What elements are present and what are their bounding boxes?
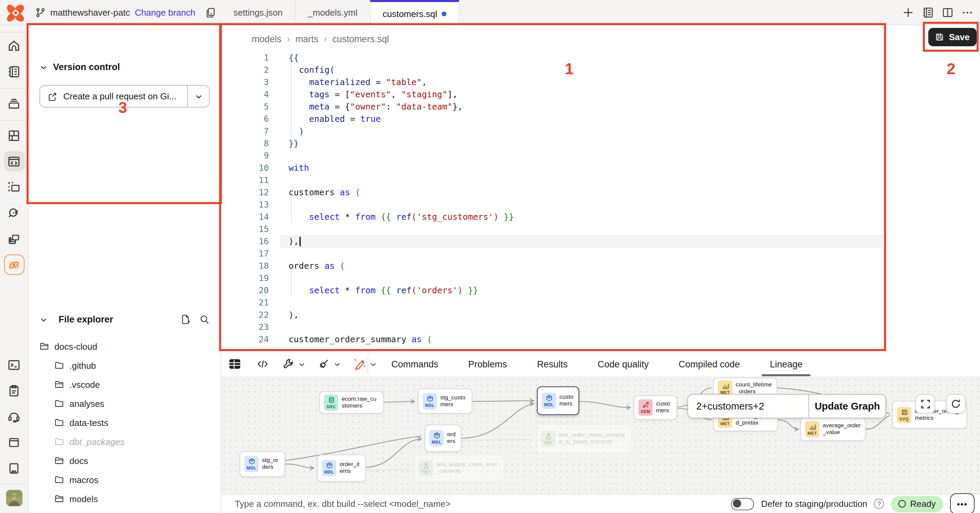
create-pr-button[interactable]: Create a pull request on Gi...	[40, 85, 210, 108]
bottom-tab-commands[interactable]: Commands	[376, 352, 453, 376]
bottom-tab-problems[interactable]: Problems	[453, 352, 522, 376]
new-file-icon[interactable]	[180, 314, 191, 324]
code-editor-icon[interactable]	[4, 151, 24, 172]
chevron-down-icon[interactable]	[369, 360, 377, 368]
lineage-filter-input[interactable]: 2+customers+2	[688, 395, 808, 418]
lineage-node-customers_mdl[interactable]: MDLcustomers	[537, 386, 579, 415]
lineage-node-orders[interactable]: MDLorders	[425, 424, 461, 452]
bottom-tab-code-quality[interactable]: Code quality	[582, 352, 663, 376]
search-files-icon[interactable]	[199, 314, 210, 324]
chevron-down-icon[interactable]	[334, 360, 341, 368]
headset-support-icon[interactable]	[4, 406, 24, 427]
code-line-1[interactable]: 1{{	[221, 52, 887, 64]
code-area[interactable]: 1{{2 config(3 materialized = "table",4 t…	[221, 52, 887, 352]
update-graph-button[interactable]: Update Graph	[808, 395, 885, 418]
code-line-11[interactable]: 11	[221, 174, 887, 186]
version-control-header[interactable]: Version control	[40, 62, 120, 72]
tree-item-models[interactable]: models	[29, 489, 221, 508]
tab-settings.json[interactable]: settings.json	[221, 0, 296, 25]
lineage-node-test_order_items[interactable]: TSTtest_order_items_compute_to_bools_cor…	[536, 424, 632, 454]
tab-_models.yml[interactable]: _models.yml	[296, 0, 371, 25]
lineage-node-test_supply_costs[interactable]: TSTtest_supply_costs_sum_correctly	[414, 454, 504, 482]
file-explorer-header[interactable]: File explorer	[40, 314, 210, 324]
format-broom-icon[interactable]	[318, 358, 330, 370]
query-insights-icon[interactable]	[4, 203, 24, 223]
lineage-node-customers_sem[interactable]: SEMcustomers	[633, 395, 677, 420]
code-line-5[interactable]: 5 meta = {"owner": "data-team"},	[221, 101, 887, 113]
code-line-22[interactable]: 22),	[221, 309, 887, 321]
preview-table-icon[interactable]	[228, 357, 242, 371]
tree-item-.github[interactable]: .github	[29, 356, 221, 375]
code-line-3[interactable]: 3 materialized = "table",	[221, 76, 887, 89]
tree-item-docs-cloud[interactable]: docs-cloud	[29, 337, 221, 356]
home-icon[interactable]	[4, 35, 24, 56]
code-line-7[interactable]: 7 )	[221, 125, 887, 137]
code-line-2[interactable]: 2 config(	[221, 64, 887, 76]
code-line-18[interactable]: 18orders as (	[221, 260, 887, 272]
change-branch-link[interactable]: Change branch	[135, 8, 195, 18]
code-line-19[interactable]: 19	[221, 272, 887, 284]
tree-item-.vscode[interactable]: .vscode	[29, 375, 221, 394]
more-options-icon[interactable]	[961, 6, 973, 19]
clipboard-icon[interactable]	[4, 380, 24, 401]
user-avatar[interactable]	[6, 490, 22, 506]
notebook-panel-icon[interactable]	[921, 6, 934, 19]
build-wrench-icon[interactable]	[282, 358, 295, 370]
new-tab-plus-icon[interactable]	[902, 6, 914, 19]
refresh-graph-button[interactable]	[946, 394, 966, 414]
visual-editor-icon[interactable]	[4, 177, 24, 197]
bottom-tab-results[interactable]: Results	[522, 352, 582, 376]
code-line-10[interactable]: 10with	[221, 162, 887, 174]
code-line-20[interactable]: 20 select * from {{ ref('orders') }}	[221, 284, 887, 297]
windows-icon[interactable]	[4, 229, 24, 249]
breadcrumb-marts[interactable]: marts	[295, 34, 318, 44]
ide-status-badge[interactable]: Ready	[891, 496, 943, 512]
code-line-24[interactable]: 24customer_orders_summary as (	[221, 334, 887, 346]
dbt-logo[interactable]	[5, 3, 26, 23]
tree-item-macros[interactable]: macros	[29, 470, 221, 489]
lineage-node-stg_orders[interactable]: MDLstg_orders	[240, 451, 285, 477]
notebook-icon[interactable]	[4, 61, 24, 82]
defer-toggle[interactable]	[731, 498, 754, 510]
breadcrumb-file[interactable]: customers.sql	[332, 34, 389, 44]
status-more-button[interactable]: •••	[950, 493, 975, 513]
tree-item-marts[interactable]: marts	[29, 508, 221, 513]
code-line-9[interactable]: 9	[221, 150, 887, 162]
code-line-14[interactable]: 14 select * from {{ ref('stg_customers')…	[221, 211, 887, 223]
help-icon[interactable]: ?	[874, 499, 885, 509]
breadcrumb-models[interactable]: models	[252, 34, 282, 44]
code-line-8[interactable]: 8}}	[221, 137, 887, 150]
code-line-21[interactable]: 21	[221, 297, 887, 309]
fullscreen-button[interactable]	[915, 394, 935, 414]
lineage-node-raw_customers[interactable]: SRCecom.raw_customers	[319, 391, 384, 414]
split-editor-icon[interactable]	[941, 6, 953, 19]
terminal-icon[interactable]	[4, 354, 24, 375]
tab-customers.sql[interactable]: customers.sql	[370, 0, 460, 25]
chevron-down-icon[interactable]	[298, 360, 305, 368]
lineage-canvas[interactable]: SRCecom.raw_customersMDLstg_customersMDL…	[221, 376, 980, 495]
compile-code-icon[interactable]	[256, 358, 269, 370]
lineage-node-average_order_value[interactable]: METaverage_order_value	[800, 418, 865, 441]
code-line-12[interactable]: 12customers as (	[221, 186, 887, 199]
copy-icon[interactable]	[205, 8, 216, 18]
lineage-node-order_items[interactable]: MDLorder_items	[317, 454, 366, 482]
code-line-4[interactable]: 4 tags = ["events", "staging"],	[221, 89, 887, 101]
bottom-tab-compiled-code[interactable]: Compiled code	[663, 352, 755, 376]
save-button[interactable]: Save	[928, 28, 977, 46]
ai-fix-magic-pen-icon[interactable]	[353, 357, 366, 370]
code-line-13[interactable]: 13	[221, 199, 887, 211]
tree-item-dbt_packages[interactable]: dbt_packages	[29, 432, 221, 451]
lineage-node-stg_customers[interactable]: MDLstg_customers	[418, 389, 472, 414]
dbt-copilot-icon[interactable]	[4, 254, 24, 275]
tree-item-analyses[interactable]: analyses	[29, 394, 221, 413]
tree-item-data-tests[interactable]: data-tests	[29, 413, 221, 432]
code-line-17[interactable]: 17	[221, 248, 887, 260]
environment-stack-icon[interactable]	[4, 93, 24, 114]
organization-icon[interactable]	[4, 458, 24, 478]
code-line-16[interactable]: 16),	[221, 235, 887, 248]
code-line-6[interactable]: 6 enabled = true	[221, 113, 887, 125]
bottom-tab-lineage[interactable]: Lineage	[755, 352, 817, 376]
code-line-15[interactable]: 15	[221, 223, 887, 235]
dashboard-grid-icon[interactable]	[4, 125, 24, 146]
pr-dropdown-caret[interactable]	[187, 86, 209, 107]
